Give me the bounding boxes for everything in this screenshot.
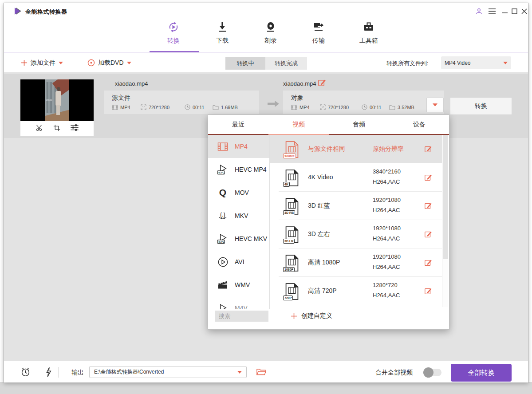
folder-icon: [389, 105, 395, 110]
popup-tab-recent[interactable]: 最近: [208, 115, 268, 134]
maximize-icon[interactable]: [510, 7, 519, 16]
app-title: 全能格式转换器: [25, 8, 67, 16]
resolution-icon: [141, 104, 146, 110]
create-custom-label: 创建自定义: [301, 312, 332, 320]
format-item-mov[interactable]: QMOV: [208, 181, 269, 204]
effects-sliders-icon[interactable]: [70, 123, 79, 134]
popup-tab-device[interactable]: 设备: [389, 115, 449, 134]
preset-row-4k[interactable]: 4K 4K Video 3840*2160 H264,AAC: [270, 163, 442, 192]
format-item-m4v[interactable]: M4V: [208, 296, 269, 309]
tab-convert-label: 转换: [155, 37, 192, 45]
format-item-hevc-mkv[interactable]: HEVC HEVC MKV: [208, 227, 269, 250]
tab-finished-label: 转换完成: [275, 59, 298, 67]
create-custom-button[interactable]: 创建自定义: [291, 312, 332, 320]
edit-preset-icon[interactable]: [424, 230, 432, 238]
trim-scissors-icon[interactable]: [35, 123, 44, 134]
filmstrip-icon: [217, 141, 229, 152]
minimize-icon[interactable]: [500, 7, 509, 16]
preset-doc-icon: 3D RB: [284, 198, 299, 215]
rename-edit-icon[interactable]: [318, 79, 326, 89]
menu-icon[interactable]: [488, 7, 497, 16]
target-title: 对象: [291, 94, 303, 102]
user-account-icon[interactable]: [474, 7, 483, 16]
preset-row-3d-lr[interactable]: 3D LR 3D 左右 1920*1080 H264,AAC: [270, 220, 442, 248]
scrollbar-thumb[interactable]: [443, 135, 448, 259]
resolution-icon: [320, 104, 326, 110]
popup-tab-video[interactable]: 视频: [268, 115, 329, 134]
film-icon: [291, 105, 297, 110]
caret-down-icon: [433, 103, 437, 106]
edit-preset-icon[interactable]: [424, 287, 432, 295]
tab-transfer[interactable]: 传输: [300, 21, 337, 50]
target-size: 3.52MB: [389, 104, 414, 110]
tab-burn[interactable]: 刻录: [252, 21, 289, 50]
caret-down-icon: [237, 371, 242, 374]
edit-preset-icon[interactable]: [424, 173, 432, 181]
preset-row-source[interactable]: source 与源文件相同 原始分辨率: [270, 135, 442, 163]
mkv-braces-icon: {,}: [217, 210, 229, 221]
tab-download-label: 下载: [204, 37, 241, 45]
desktop-strip: [0, 382, 532, 394]
download-icon: [216, 21, 229, 33]
format-item-hevc-mp4[interactable]: HEVC HEVC MP4: [208, 158, 269, 181]
preset-scrollbar[interactable]: [442, 135, 448, 307]
svg-text:HEVC: HEVC: [218, 171, 225, 174]
add-file-button[interactable]: 添加文件: [21, 53, 63, 73]
tab-finished[interactable]: 转换完成: [265, 57, 307, 70]
convert-button[interactable]: 转换: [450, 97, 512, 115]
burn-disc-icon: [264, 21, 277, 33]
quicktime-q-icon: Q: [217, 187, 229, 198]
format-item-mp4[interactable]: MP4: [208, 135, 269, 158]
tab-transfer-label: 传输: [300, 37, 337, 45]
play-circle-icon: [217, 256, 229, 267]
target-format-dropdown-button[interactable]: [426, 98, 444, 112]
format-search-input[interactable]: [215, 311, 268, 322]
format-picker-popup: 最近 视频 音频 设备 MP4 HEVC HEVC MP4: [208, 114, 449, 330]
preset-row-1080p[interactable]: 1080P 高清 1080P 1920*1080 H264,AAC: [270, 248, 442, 277]
video-thumbnail[interactable]: NRSCN: [20, 79, 94, 136]
convert-all-format-select[interactable]: MP4 Video: [441, 56, 511, 69]
edit-preset-icon[interactable]: [424, 202, 432, 210]
output-path-select[interactable]: E:\全能格式转换器\Converted: [89, 366, 247, 378]
edit-preset-icon[interactable]: [424, 259, 432, 267]
preset-row-3d-rb[interactable]: 3D RB 3D 红蓝 1920*1080 H264,AAC: [270, 192, 442, 220]
film-icon: [112, 105, 118, 110]
close-icon[interactable]: [520, 7, 528, 16]
high-speed-bolt-icon[interactable]: [46, 367, 51, 379]
clock-icon: [185, 104, 190, 110]
tab-convert[interactable]: 转换: [155, 21, 192, 50]
caret-down-icon: [503, 62, 508, 64]
format-item-wmv[interactable]: WMV: [208, 273, 269, 296]
source-resolution: 720*1280: [141, 104, 185, 110]
preset-doc-icon: 720P: [284, 283, 299, 300]
format-item-avi[interactable]: AVI: [208, 250, 269, 273]
convert-all-button-label: 全部转换: [468, 369, 495, 377]
preset-doc-icon: 3D LR: [284, 226, 299, 243]
target-info-box: 对象 MP4 720*1280 00:11: [283, 91, 444, 114]
load-dvd-button[interactable]: 加载DVD: [87, 53, 131, 73]
tab-converting[interactable]: 转换中: [225, 57, 265, 70]
convert-all-button[interactable]: 全部转换: [451, 364, 512, 382]
output-path-value: E:\全能格式转换器\Converted: [94, 368, 164, 376]
edit-preset-icon[interactable]: [424, 145, 432, 153]
tab-download[interactable]: 下载: [204, 21, 241, 50]
target-format: MP4: [291, 104, 320, 110]
target-file-name: xiaodao.mp4: [283, 80, 316, 87]
popup-tab-audio[interactable]: 音频: [329, 115, 389, 134]
source-title: 源文件: [112, 94, 130, 102]
screen: 全能格式转换器: [0, 0, 532, 394]
tab-toolbox[interactable]: 工具箱: [350, 21, 387, 50]
format-item-mkv[interactable]: {,} MKV: [208, 204, 269, 227]
caret-down-icon: [59, 62, 63, 64]
merge-videos-toggle[interactable]: [425, 369, 441, 376]
toolbox-icon: [363, 21, 375, 33]
toggle-knob: [423, 367, 433, 378]
preset-row-720p[interactable]: 720P 高清 720P 1280*720 H264,AAC: [270, 277, 442, 305]
app-logo-icon: [13, 7, 22, 16]
open-folder-icon[interactable]: [256, 368, 266, 378]
clapperboard-icon: [217, 280, 229, 290]
schedule-alarm-icon[interactable]: [20, 367, 31, 379]
hevc-play-icon: HEVC: [217, 233, 229, 244]
crop-icon[interactable]: [53, 124, 61, 134]
plus-icon: [291, 313, 297, 319]
